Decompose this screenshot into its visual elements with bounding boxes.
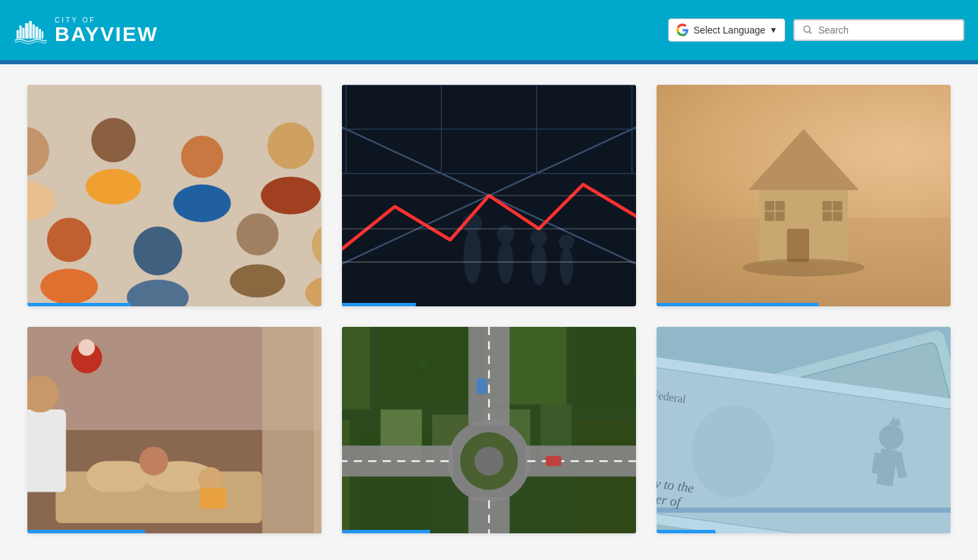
svg-line-10 [809, 31, 811, 34]
svg-point-50 [497, 226, 514, 243]
card-infrastructure[interactable]: On Track Infrastructure [342, 327, 636, 533]
logo-area[interactable]: City of BAYVIEW [14, 13, 158, 47]
svg-rect-95 [577, 420, 636, 533]
svg-point-53 [560, 248, 573, 285]
svg-rect-78 [27, 410, 66, 492]
svg-rect-74 [262, 327, 321, 533]
svg-rect-75 [314, 327, 321, 533]
svg-point-70 [743, 258, 864, 276]
google-g-icon [676, 23, 689, 37]
svg-point-85 [79, 339, 95, 356]
image-accent-bar-5 [342, 530, 430, 533]
card-image-revenue: United States Pay to the order of [657, 327, 951, 533]
image-accent-bar-6 [657, 530, 715, 533]
svg-point-9 [804, 26, 810, 32]
logo-name-text: BAYVIEW [55, 24, 158, 44]
card-image-infrastructure [342, 327, 636, 533]
svg-point-14 [92, 118, 136, 163]
site-header: City of BAYVIEW Select Language ▼ [0, 0, 978, 60]
svg-point-47 [464, 229, 481, 284]
svg-rect-93 [342, 420, 349, 533]
card-revenue-replacement[interactable]: United States Pay to the order of [657, 327, 951, 533]
svg-rect-77 [87, 461, 149, 492]
cards-grid: Public Health [27, 85, 951, 533]
revenue-illustration: United States Pay to the order of [657, 327, 951, 533]
language-dropdown-icon: ▼ [769, 25, 778, 35]
svg-point-26 [237, 213, 279, 256]
image-accent-bar-4 [27, 530, 145, 533]
public-health-illustration [27, 85, 321, 306]
svg-point-24 [133, 226, 182, 275]
svg-point-22 [47, 217, 92, 262]
svg-point-52 [531, 229, 547, 245]
card-services-impacted[interactable]: On Track Services to Disproportionately … [657, 85, 951, 306]
header-right: Select Language ▼ [668, 18, 964, 42]
svg-rect-6 [36, 27, 38, 39]
image-accent-bar [27, 303, 131, 306]
search-box[interactable] [793, 19, 964, 41]
image-accent-bar-2 [342, 303, 416, 306]
svg-point-15 [85, 169, 141, 204]
svg-rect-3 [25, 23, 29, 39]
svg-point-112 [417, 358, 427, 368]
search-input[interactable] [818, 25, 955, 36]
svg-point-81 [140, 446, 168, 475]
card-image-services [657, 85, 951, 306]
svg-rect-90 [380, 327, 473, 399]
svg-rect-1 [19, 25, 21, 38]
svg-point-23 [40, 269, 98, 304]
svg-rect-7 [39, 29, 41, 38]
language-selector[interactable]: Select Language ▼ [668, 18, 785, 42]
svg-rect-0 [16, 30, 18, 39]
svg-point-51 [531, 243, 547, 286]
svg-rect-2 [23, 28, 25, 39]
svg-rect-117 [546, 456, 561, 466]
city-logo-icon [14, 13, 48, 47]
svg-rect-92 [577, 327, 636, 410]
svg-point-19 [261, 176, 320, 214]
svg-point-102 [475, 446, 503, 475]
services-illustration [657, 85, 951, 306]
logo-text-block: City of BAYVIEW [55, 16, 158, 44]
image-accent-bar-3 [657, 303, 819, 306]
svg-point-27 [230, 264, 285, 297]
svg-rect-116 [477, 379, 487, 395]
svg-rect-140 [657, 507, 951, 513]
svg-rect-63 [787, 229, 809, 263]
svg-point-54 [559, 235, 574, 250]
negative-economic-illustration [342, 85, 636, 306]
search-icon [803, 25, 812, 36]
svg-point-17 [173, 185, 230, 222]
card-public-health[interactable]: Public Health [27, 85, 321, 306]
svg-rect-89 [342, 327, 370, 410]
card-image-public-health [27, 85, 321, 306]
svg-rect-8 [42, 31, 44, 39]
card-image-negative-economic [342, 85, 636, 306]
svg-point-18 [267, 122, 314, 169]
svg-rect-4 [29, 21, 32, 39]
svg-rect-83 [200, 488, 226, 509]
main-content: Public Health [0, 64, 978, 554]
language-label: Select Language [693, 25, 765, 36]
svg-rect-5 [33, 25, 35, 39]
premium-pay-illustration [27, 327, 321, 533]
card-negative-economic[interactable]: Negative Economic Impacts [342, 85, 636, 306]
card-premium-pay[interactable]: 👍 Completed Premium Pay [27, 327, 321, 533]
card-image-premium-pay [27, 327, 321, 533]
infrastructure-illustration [342, 327, 636, 533]
svg-point-16 [181, 136, 224, 178]
